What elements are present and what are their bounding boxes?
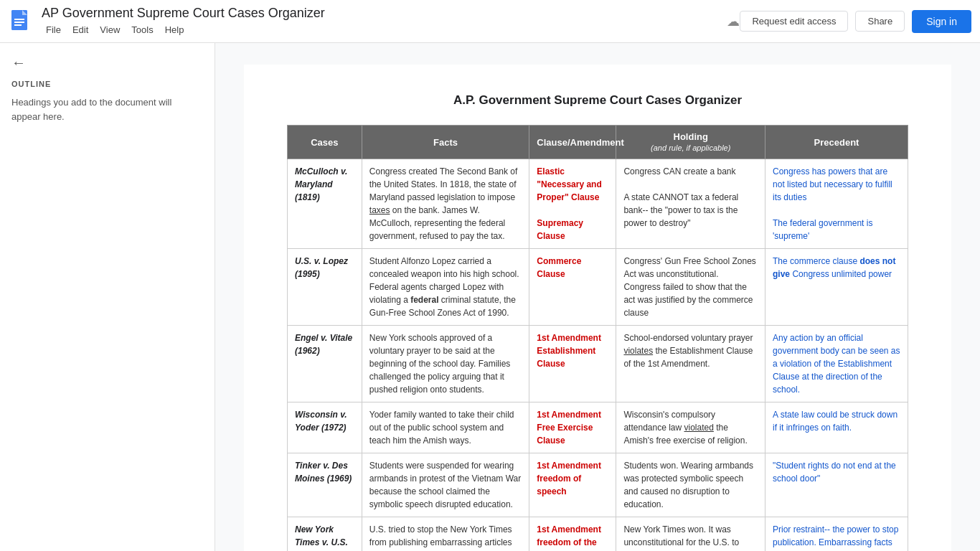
doc-icon [9, 9, 34, 34]
case-name-cell: McCulloch v. Maryland (1819) [288, 159, 362, 249]
precedent-cell: Any action by an official government bod… [765, 326, 908, 402]
header-precedent: Precedent [765, 126, 908, 159]
back-arrow-icon: ← [11, 55, 26, 71]
header-holding: Holding(and rule, if applicable) [616, 126, 765, 159]
sidebar-back-button[interactable]: ← [11, 55, 203, 71]
precedent-cell: Prior restraint-- the power to stop publ… [765, 517, 908, 552]
holding-cell: School-endorsed voluntary prayer violate… [616, 326, 765, 402]
holding-cell: Wisconsin's compulsory attendance law vi… [616, 402, 765, 453]
topbar: AP Government Supreme Court Cases Organi… [0, 0, 980, 43]
outline-label: OUTLINE [11, 80, 203, 88]
document-heading: A.P. Government Supreme Court Cases Orga… [287, 93, 908, 108]
title-area: AP Government Supreme Court Cases Organi… [42, 6, 720, 37]
menu-view[interactable]: View [95, 23, 124, 37]
clause-cell: 1st Amendment Free Exercise Clause [529, 402, 616, 453]
menu-help[interactable]: Help [161, 23, 189, 37]
cloud-icon: ☁ [727, 14, 740, 29]
facts-cell: Yoder family wanted to take their child … [362, 402, 529, 453]
outline-hint: Headings you add to the document will ap… [11, 95, 203, 123]
clause-cell: Elastic "Necessary and Proper" Clause Su… [529, 159, 616, 249]
request-edit-button[interactable]: Request edit access [740, 11, 848, 32]
table-row: Engel v. Vitale (1962) New York schools … [288, 326, 908, 402]
table-header-row: Cases Facts Clause/Amendment Holding(and… [288, 126, 908, 159]
topbar-right: Request edit access Share Sign in [740, 10, 971, 33]
content-area[interactable]: A.P. Government Supreme Court Cases Orga… [215, 43, 980, 551]
table-row: Tinker v. Des Moines (1969) Students wer… [288, 453, 908, 517]
case-name-cell: New York Times v. U.S. (1971) [288, 517, 362, 552]
holding-cell: Congress' Gun Free School Zones Act was … [616, 249, 765, 326]
precedent-cell: A state law could be struck down if it i… [765, 402, 908, 453]
case-name-cell: Tinker v. Des Moines (1969) [288, 453, 362, 517]
facts-cell: Congress created The Second Bank of the … [362, 159, 529, 249]
doc-title: AP Government Supreme Court Cases Organi… [42, 6, 720, 22]
header-cases: Cases [288, 126, 362, 159]
case-name-cell: U.S. v. Lopez (1995) [288, 249, 362, 326]
clause-cell: 1st Amendment freedom of the press [529, 517, 616, 552]
facts-cell: Student Alfonzo Lopez carried a conceale… [362, 249, 529, 326]
holding-cell: Congress CAN create a bankA state CANNOT… [616, 159, 765, 249]
table-row: New York Times v. U.S. (1971) U.S. tried… [288, 517, 908, 552]
menu-file[interactable]: File [42, 23, 65, 37]
holding-cell: Students won. Wearing armbands was prote… [616, 453, 765, 517]
table-row: McCulloch v. Maryland (1819) Congress cr… [288, 159, 908, 249]
precedent-cell: "Student rights do not end at the school… [765, 453, 908, 517]
header-clause: Clause/Amendment [529, 126, 616, 159]
page-container: A.P. Government Supreme Court Cases Orga… [244, 65, 951, 551]
main-layout: ← OUTLINE Headings you add to the docume… [0, 43, 980, 551]
facts-cell: U.S. tried to stop the New York Times fr… [362, 517, 529, 552]
svg-rect-5 [14, 24, 22, 26]
share-button[interactable]: Share [855, 11, 905, 32]
svg-rect-4 [14, 22, 24, 23]
table-row: Wisconsin v. Yoder (1972) Yoder family w… [288, 402, 908, 453]
facts-cell: Students were suspended for wearing armb… [362, 453, 529, 517]
clause-cell: Commerce Clause [529, 249, 616, 326]
holding-cell: New York Times won. It was unconstitutio… [616, 517, 765, 552]
menu-edit[interactable]: Edit [68, 23, 93, 37]
menu-bar: File Edit View Tools Help [42, 23, 720, 37]
facts-cell: New York schools approved of a voluntary… [362, 326, 529, 402]
header-facts: Facts [362, 126, 529, 159]
table-row: U.S. v. Lopez (1995) Student Alfonzo Lop… [288, 249, 908, 326]
case-name-cell: Engel v. Vitale (1962) [288, 326, 362, 402]
table-body: McCulloch v. Maryland (1819) Congress cr… [288, 159, 908, 552]
case-name-cell: Wisconsin v. Yoder (1972) [288, 402, 362, 453]
clause-cell: 1st Amendment freedom of speech [529, 453, 616, 517]
menu-tools[interactable]: Tools [127, 23, 157, 37]
signin-button[interactable]: Sign in [912, 10, 971, 33]
cases-table: Cases Facts Clause/Amendment Holding(and… [287, 125, 908, 551]
clause-cell: 1st Amendment Establishment Clause [529, 326, 616, 402]
precedent-cell: The commerce clause does not give Congre… [765, 249, 908, 326]
sidebar: ← OUTLINE Headings you add to the docume… [0, 43, 215, 551]
precedent-cell: Congress has powers that are not listed … [765, 159, 908, 249]
svg-rect-3 [14, 19, 24, 20]
